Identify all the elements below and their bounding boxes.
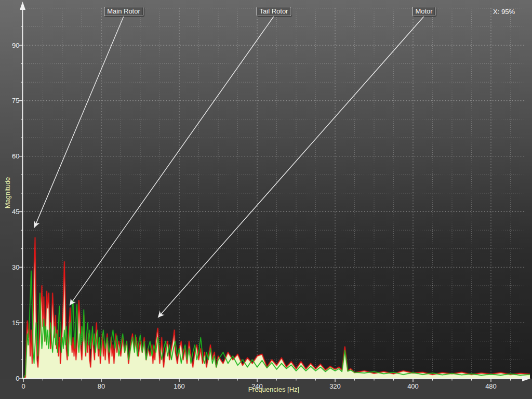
svg-text:45: 45 — [12, 208, 19, 216]
svg-text:30: 30 — [12, 263, 19, 271]
svg-text:75: 75 — [12, 97, 19, 104]
svg-text:90: 90 — [12, 42, 19, 49]
spectrum-analyzer-window: 0153045607590080160240320400480 Main Rot… — [0, 0, 532, 399]
annotation-tail-rotor: Tail Rotor — [257, 7, 291, 16]
svg-text:80: 80 — [98, 382, 105, 390]
x-axis-title: Frequencies [Hz] — [248, 385, 299, 393]
cursor-readout: X: 95% — [493, 8, 515, 16]
spectrum-chart[interactable]: 0153045607590080160240320400480 — [0, 0, 532, 399]
svg-text:60: 60 — [12, 152, 19, 160]
svg-text:480: 480 — [485, 382, 497, 390]
svg-text:400: 400 — [407, 382, 419, 390]
annotation-main-rotor: Main Rotor — [104, 7, 143, 16]
svg-text:160: 160 — [174, 382, 185, 390]
svg-text:320: 320 — [329, 382, 341, 390]
y-axis-title: Magnitude — [4, 177, 11, 209]
svg-text:15: 15 — [12, 319, 19, 327]
annotation-motor: Motor — [412, 7, 435, 16]
svg-text:0: 0 — [21, 382, 25, 390]
svg-text:0: 0 — [16, 375, 19, 382]
